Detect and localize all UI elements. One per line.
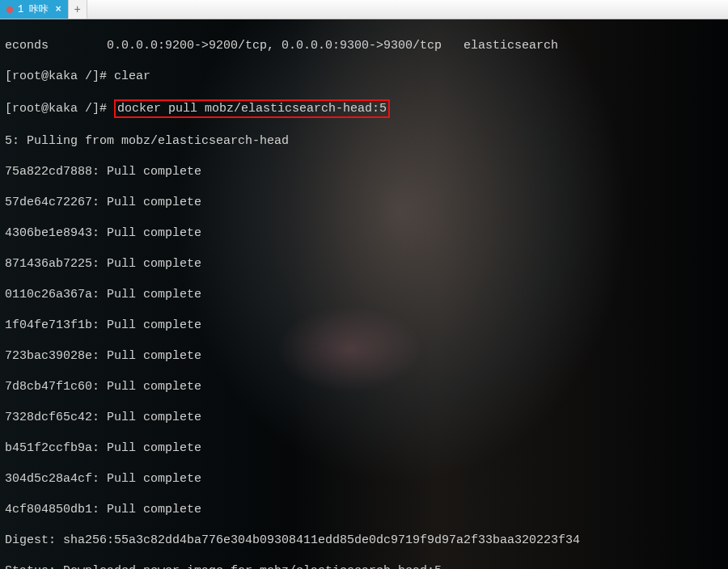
new-tab-button[interactable]: + (68, 0, 87, 19)
shell-prompt: [root@kaka /]# (5, 102, 114, 116)
highlighted-command: docker pull mobz/elasticsearch-head:5 (114, 99, 390, 118)
terminal-line: 1f04fe713f1b: Pull complete (5, 318, 723, 333)
terminal-line: econds 0.0.0.0:9200->9200/tcp, 0.0.0.0:9… (5, 38, 723, 53)
terminal-line: [root@kaka /]# docker pull mobz/elastics… (5, 99, 723, 118)
shell-prompt: [root@kaka /]# (5, 70, 114, 83)
terminal-viewport[interactable]: econds 0.0.0.0:9200->9200/tcp, 0.0.0.0:9… (0, 19, 728, 569)
tab-title: 1 咔咔 (18, 2, 49, 16)
terminal-line: 5: Pulling from mobz/elasticsearch-head (5, 133, 723, 149)
terminal-line: Status: Downloaded newer image for mobz/… (5, 563, 723, 569)
terminal-line: 57de64c72267: Pull complete (5, 195, 723, 210)
terminal-line: Digest: sha256:55a3c82dd4ba776e304b09308… (5, 533, 723, 548)
terminal-line: 7d8cb47f1c60: Pull complete (5, 379, 723, 394)
terminal-line: 4306be1e8943: Pull complete (5, 225, 723, 241)
terminal-line: 0110c26a367a: Pull complete (5, 287, 723, 302)
terminal-tab[interactable]: 1 咔咔 × (0, 0, 68, 19)
terminal-line: 871436ab7225: Pull complete (5, 256, 723, 272)
terminal-line: [root@kaka /]# clear (5, 69, 723, 84)
terminal-line: 304d5c28a4cf: Pull complete (5, 471, 723, 487)
terminal-line: b451f2ccfb9a: Pull complete (5, 440, 723, 456)
terminal-line: 75a822cd7888: Pull complete (5, 164, 723, 179)
tab-status-dot (6, 6, 13, 13)
shell-command: clear (114, 70, 150, 83)
terminal-line: 723bac39028e: Pull complete (5, 348, 723, 364)
terminal-line: 7328dcf65c42: Pull complete (5, 410, 723, 425)
terminal-line: 4cf804850db1: Pull complete (5, 502, 723, 517)
tab-close-button[interactable]: × (53, 4, 62, 15)
titlebar: 1 咔咔 × + (0, 0, 728, 19)
